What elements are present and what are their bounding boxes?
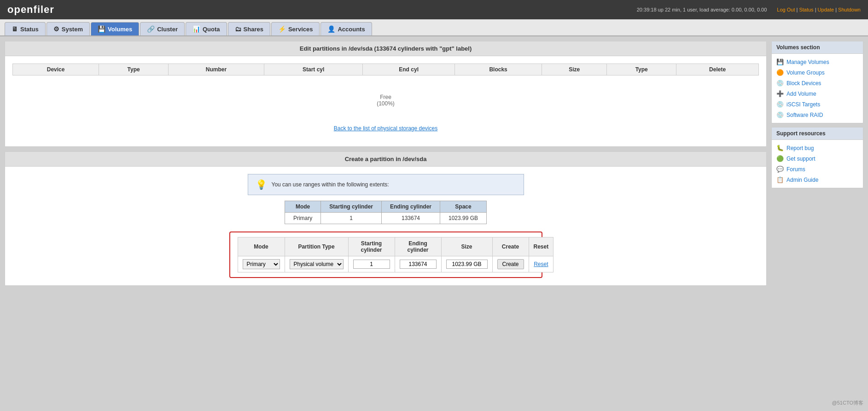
free-space-label: Free [12, 94, 759, 100]
nav-volumes-label: Volumes [108, 26, 132, 33]
get-support-label: Get support [786, 156, 816, 162]
block-devices-icon: 💿 [776, 80, 784, 87]
create-section-title: Create a partition in /dev/sda [345, 156, 427, 162]
form-col-reset: Reset [529, 237, 553, 256]
reset-cell: Reset [529, 256, 553, 272]
sidebar: Volumes section 💾 Manage Volumes 🟠 Volum… [771, 41, 863, 397]
sidebar-report-bug[interactable]: 🐛 Report bug [772, 143, 863, 153]
nav-accounts[interactable]: 👤 Accounts [320, 22, 372, 35]
admin-guide-icon: 📋 [776, 176, 784, 183]
software-raid-icon: 💿 [776, 111, 784, 118]
create-partition-section: Create a partition in /dev/sda 💡 You can… [5, 151, 767, 286]
update-link[interactable]: Update [818, 7, 834, 12]
size-cell [441, 256, 492, 272]
logout-link[interactable]: Log Out [777, 7, 795, 12]
create-section-body: 💡 You can use ranges within the followin… [5, 167, 766, 285]
col-blocks: Blocks [454, 64, 542, 75]
col-end-cyl: End cyl [363, 64, 455, 75]
create-form-wrapper: Mode Partition Type Starting cylinder En… [229, 232, 542, 278]
col-start-cyl: Start cyl [264, 64, 363, 75]
starting-cylinder-input[interactable] [353, 260, 390, 269]
topbar-right: 20:39:18 up 22 min, 1 user, load average… [637, 7, 861, 12]
col-device: Device [13, 64, 99, 75]
col-number: Number [169, 64, 264, 75]
services-nav-icon: ⚡ [278, 25, 286, 33]
iscsi-targets-label: iSCSI Targets [786, 101, 820, 108]
nav-accounts-label: Accounts [338, 26, 365, 33]
ext-end: 133674 [381, 213, 440, 224]
volume-groups-label: Volume Groups [786, 69, 825, 76]
ending-cylinder-input[interactable] [400, 260, 437, 269]
status-link[interactable]: Status [799, 7, 813, 12]
reset-link[interactable]: Reset [534, 261, 548, 267]
sidebar-admin-guide[interactable]: 📋 Admin Guide [772, 174, 863, 185]
logo: openfiler [7, 4, 54, 16]
ending-cylinder-cell [395, 256, 441, 272]
col-type2: Type [607, 64, 676, 75]
edit-partitions-section: Edit partitions in /dev/sda (133674 cyli… [5, 41, 767, 147]
system-nav-icon: ⚙ [53, 25, 59, 33]
sidebar-software-raid[interactable]: 💿 Software RAID [772, 110, 863, 120]
ext-col-start: Starting cylinder [321, 201, 382, 213]
iscsi-targets-icon: 💿 [776, 101, 784, 108]
ext-col-space: Space [440, 201, 486, 213]
edit-section-title: Edit partitions in /dev/sda (133674 cyli… [300, 45, 472, 52]
ext-col-end: Ending cylinder [381, 201, 440, 213]
partitions-table: Device Type Number Start cyl End cyl Blo… [12, 64, 759, 75]
quota-nav-icon: 📊 [192, 25, 200, 33]
create-form-table: Mode Partition Type Starting cylinder En… [238, 237, 554, 272]
sidebar-volume-groups[interactable]: 🟠 Volume Groups [772, 67, 863, 78]
sidebar-forums[interactable]: 💬 Forums [772, 164, 863, 174]
size-input[interactable] [446, 260, 488, 269]
info-text: You can use ranges within the following … [272, 181, 389, 188]
form-col-startcyl: Starting cylinder [348, 237, 395, 256]
topbar-links: Log Out | Status | Update | Shutdown [777, 7, 861, 12]
forums-label: Forums [786, 166, 805, 173]
support-sidebar-header: Support resources [772, 127, 863, 140]
status-nav-icon: 🖥 [12, 25, 18, 33]
sidebar-add-volume[interactable]: ➕ Add Volume [772, 88, 863, 99]
create-btn-cell: Create [492, 256, 529, 272]
sidebar-iscsi-targets[interactable]: 💿 iSCSI Targets [772, 99, 863, 110]
edit-section-header: Edit partitions in /dev/sda (133674 cyli… [5, 41, 766, 56]
nav-services[interactable]: ⚡ Services [271, 22, 320, 35]
form-col-endcyl: Ending cylinder [395, 237, 441, 256]
nav-system[interactable]: ⚙ System [47, 22, 90, 35]
partition-type-select[interactable]: Physical volume Swap Linux [290, 259, 344, 269]
nav-quota-label: Quota [203, 26, 220, 33]
report-bug-label: Report bug [786, 145, 814, 151]
create-form-row: Primary Extended Logical Physical volume… [238, 256, 553, 272]
sidebar-block-devices[interactable]: 💿 Block Devices [772, 78, 863, 88]
manage-volumes-icon: 💾 [776, 58, 784, 65]
starting-cylinder-cell [348, 256, 395, 272]
volumes-sidebar-body: 💾 Manage Volumes 🟠 Volume Groups 💿 Block… [772, 54, 863, 123]
sidebar-manage-volumes[interactable]: 💾 Manage Volumes [772, 57, 863, 67]
sidebar-get-support[interactable]: 🟢 Get support [772, 153, 863, 164]
mode-select[interactable]: Primary Extended Logical [243, 259, 280, 269]
info-box: 💡 You can use ranges within the followin… [248, 174, 524, 195]
manage-volumes-label: Manage Volumes [786, 59, 829, 65]
volumes-sidebar-header: Volumes section [772, 41, 863, 54]
create-button[interactable]: Create [497, 259, 524, 269]
nav-shares-label: Shares [244, 26, 263, 33]
watermark: @51CTO博客 [832, 399, 863, 401]
ext-space: 1023.99 GB [440, 213, 486, 224]
form-col-mode: Mode [238, 237, 285, 256]
ext-mode: Primary [285, 213, 320, 224]
nav-volumes[interactable]: 💾 Volumes [91, 22, 139, 35]
support-sidebar-section: Support resources 🐛 Report bug 🟢 Get sup… [771, 127, 863, 188]
free-space-percent: (100%) [12, 100, 759, 107]
nav-status[interactable]: 🖥 Status [5, 22, 46, 35]
create-section-header: Create a partition in /dev/sda [5, 152, 766, 167]
shutdown-link[interactable]: Shutdown [838, 7, 861, 12]
accounts-nav-icon: 👤 [327, 25, 335, 33]
form-col-size: Size [441, 237, 492, 256]
admin-guide-label: Admin Guide [786, 177, 818, 183]
nav-shares[interactable]: 🗂 Shares [228, 22, 270, 35]
nav-quota[interactable]: 📊 Quota [186, 22, 227, 35]
form-col-parttype: Partition Type [285, 237, 348, 256]
system-info: 20:39:18 up 22 min, 1 user, load average… [637, 7, 767, 12]
main-layout: Edit partitions in /dev/sda (133674 cyli… [0, 36, 868, 401]
nav-cluster[interactable]: 🔗 Cluster [140, 22, 185, 35]
back-link[interactable]: Back to the list of physical storage dev… [334, 125, 437, 132]
